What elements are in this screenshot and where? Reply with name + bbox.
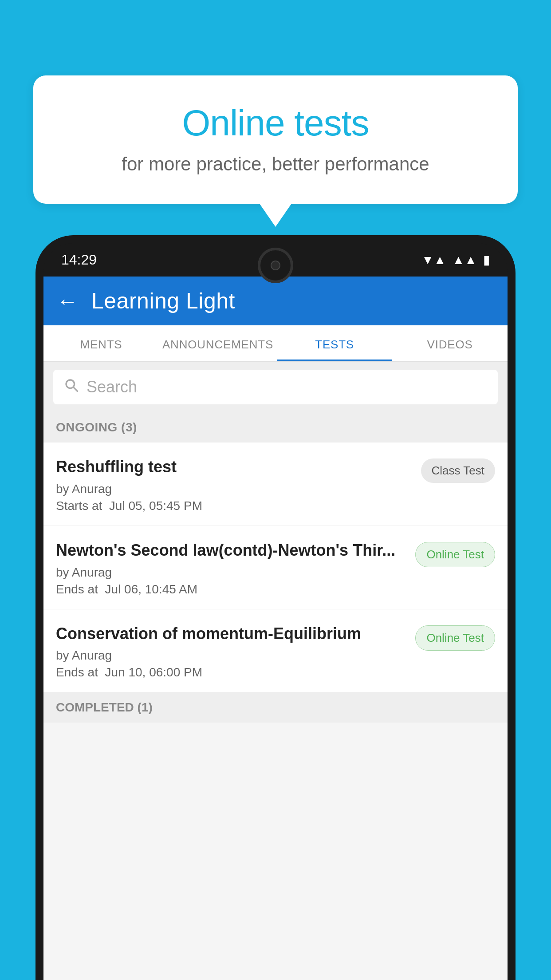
test-name: Reshuffling test [56,457,412,478]
test-item[interactable]: Conservation of momentum-Equilibrium by … [43,609,508,693]
test-info: Conservation of momentum-Equilibrium by … [56,624,406,680]
phone-screen: ← Learning Light MENTS ANNOUNCEMENTS TES… [43,277,508,980]
test-list: Reshuffling test by Anurag Starts at Jul… [43,443,508,692]
test-info: Newton's Second law(contd)-Newton's Thir… [56,540,406,597]
test-item[interactable]: Newton's Second law(contd)-Newton's Thir… [43,526,508,609]
speech-bubble-container: Online tests for more practice, better p… [33,75,518,204]
search-icon [64,378,79,396]
search-bar[interactable]: Search [53,370,498,404]
speech-bubble: Online tests for more practice, better p… [33,75,518,204]
battery-icon: ▮ [483,253,490,267]
search-container: Search [43,362,508,412]
test-name: Conservation of momentum-Equilibrium [56,624,406,644]
ongoing-title: ONGOING (3) [56,420,137,434]
test-badge-online: Online Test [415,625,495,651]
tab-tests[interactable]: TESTS [277,325,392,361]
tab-videos[interactable]: VIDEOS [392,325,508,361]
tabs-container: MENTS ANNOUNCEMENTS TESTS VIDEOS [43,325,508,362]
time-display: 14:29 [61,252,97,268]
test-author: by Anurag [56,648,406,663]
search-placeholder: Search [87,378,137,396]
test-item[interactable]: Reshuffling test by Anurag Starts at Jul… [43,443,508,526]
wifi-icon: ▼▲ [421,253,446,267]
test-info: Reshuffling test by Anurag Starts at Jul… [56,457,412,513]
completed-section-header: COMPLETED (1) [43,692,508,723]
test-author: by Anurag [56,482,412,496]
test-author: by Anurag [56,565,406,580]
test-badge-online: Online Test [415,542,495,567]
tab-announcements[interactable]: ANNOUNCEMENTS [159,325,277,361]
speech-bubble-subtitle: for more practice, better performance [64,154,487,175]
back-button[interactable]: ← [57,289,78,313]
completed-title: COMPLETED (1) [56,700,153,714]
tab-ments[interactable]: MENTS [43,325,159,361]
svg-line-1 [74,387,78,391]
test-date: Ends at Jul 06, 10:45 AM [56,582,406,597]
phone-frame: 14:29 ▼▲ ▲▲ ▮ ← Learning Light MENTS ANN… [35,235,516,980]
status-icons: ▼▲ ▲▲ ▮ [421,253,490,267]
status-bar: 14:29 ▼▲ ▲▲ ▮ [43,243,508,277]
test-badge-class: Class Test [421,458,495,483]
speech-bubble-title: Online tests [64,102,487,144]
phone-notch [258,248,293,283]
ongoing-section-header: ONGOING (3) [43,412,508,443]
app-header: ← Learning Light [43,277,508,325]
test-name: Newton's Second law(contd)-Newton's Thir… [56,540,406,561]
camera [271,261,280,270]
test-date: Ends at Jun 10, 06:00 PM [56,665,406,680]
app-title: Learning Light [91,288,235,314]
signal-icon: ▲▲ [453,253,477,267]
test-date: Starts at Jul 05, 05:45 PM [56,499,412,513]
